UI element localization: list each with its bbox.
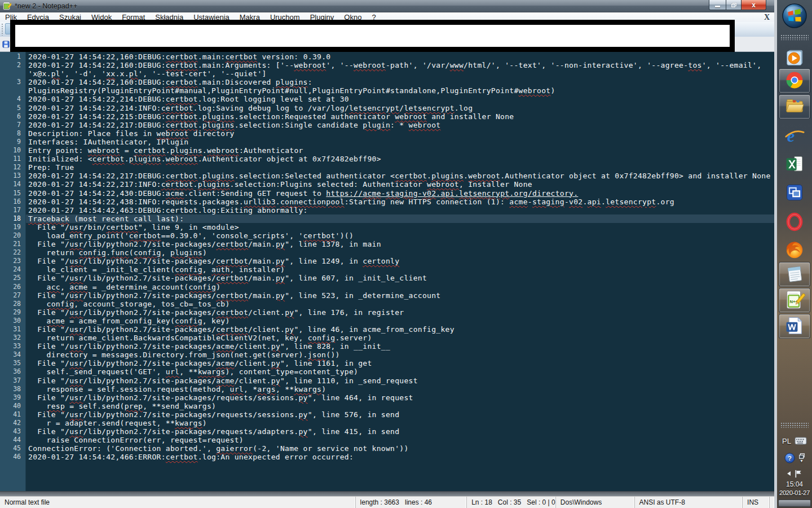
taskbar-item-taskbar-grip	[777, 422, 812, 428]
editor-row[interactable]: 26 acc, acme = _determine_account(config…	[0, 283, 774, 291]
editor-row[interactable]: 27 File "/usr/lib/python2.7/site-package…	[0, 291, 774, 300]
editor-row[interactable]: 'x@x.pl', '-d', 'xx.x.pl', '--test-cert'…	[0, 69, 774, 78]
status-insert-mode[interactable]: INS	[743, 497, 770, 508]
help-tray-icon[interactable]: ?	[784, 453, 795, 463]
taskbar-item-notepad-plus-plus[interactable]: N++	[777, 288, 812, 314]
editor-row[interactable]: 30 acme = acme_from_config_key(config, k…	[0, 317, 774, 325]
action-center-flag-icon[interactable]	[794, 469, 802, 479]
editor-row[interactable]: 12Prep: True	[0, 163, 774, 172]
show-hidden-icons-arrow[interactable]	[787, 471, 791, 476]
editor-row[interactable]: 462020-01-27 14:54:42,466:ERROR:certbot.…	[0, 453, 774, 461]
minimize-button[interactable]	[709, 0, 726, 10]
editor-row[interactable]: 172020-01-27 14:54:42,463:DEBUG:certbot.…	[0, 206, 774, 214]
minimize-icon	[715, 6, 720, 7]
editor-row[interactable]: 38 response = self.session.request(metho…	[0, 385, 774, 393]
taskbar-item-opera[interactable]	[777, 210, 812, 236]
line-number: 19	[0, 223, 26, 231]
taskbar-item-google-chrome[interactable]	[777, 68, 812, 94]
taskbar-item-internet-explorer[interactable]: e	[777, 124, 812, 150]
line-text: 2020-01-27 14:54:42,466:ERROR:certbot.lo…	[26, 453, 774, 461]
editor-row[interactable]: 42 r = adapter.send(request, **kwargs)	[0, 419, 774, 427]
editor-row[interactable]: 23 File "/usr/lib/python2.7/site-package…	[0, 257, 774, 265]
notepadpp-app-icon	[3, 2, 11, 10]
language-indicator[interactable]: PL	[782, 437, 791, 445]
editor-row[interactable]: 36 self._send_request('GET', url, **kwar…	[0, 367, 774, 376]
editor-row[interactable]: 19 File "/usr/bin/certbot", line 9, in <…	[0, 223, 774, 231]
taskbar-item-firefox[interactable]	[777, 238, 812, 264]
line-text: 2020-01-27 14:54:22,214:DEBUG:certbot.lo…	[26, 95, 774, 103]
taskbar-item-word[interactable]	[777, 314, 812, 340]
editor-row[interactable]: 12020-01-27 14:54:22,160:DEBUG:certbot.m…	[0, 52, 774, 61]
editor-row[interactable]: 44 raise ConnectionError(err, request=re…	[0, 436, 774, 444]
editor-row[interactable]: 34 directory = messages.Directory.from_j…	[0, 351, 774, 359]
keyboard-icon[interactable]	[795, 437, 807, 445]
editor-row[interactable]: 142020-01-27 14:54:22,217:INFO:certbot.p…	[0, 180, 774, 189]
editor-row[interactable]: 21 File "/usr/lib/python2.7/site-package…	[0, 240, 774, 248]
line-number: 9	[0, 138, 26, 146]
editor-row[interactable]: 18Traceback (most recent call last):	[0, 214, 774, 223]
clock-date[interactable]: 2020-01-27	[777, 489, 812, 496]
editor-row[interactable]: 52020-01-27 14:54:22,214:INFO:certbot.lo…	[0, 104, 774, 112]
editor-row[interactable]: 33 File "/usr/lib/python2.7/site-package…	[0, 342, 774, 351]
editor-row[interactable]: 32 return acme_client.BackwardsCompatibl…	[0, 334, 774, 342]
line-number: 2	[0, 61, 26, 69]
notepad-icon	[784, 263, 805, 287]
taskbar-item-windows-start-orb[interactable]	[777, 2, 812, 32]
status-eol-format[interactable]: Dos\Windows	[556, 497, 635, 508]
line-number: 37	[0, 376, 26, 385]
taskbar-item-excel[interactable]	[777, 152, 812, 178]
editor-row[interactable]: 20 load_entry_point('certbot==0.39.0', '…	[0, 231, 774, 240]
editor-row[interactable]: 8Description: Place files in webroot dir…	[0, 129, 774, 138]
editor-row[interactable]: 42020-01-27 14:54:22,214:DEBUG:certbot.l…	[0, 95, 774, 103]
menubar-close-icon[interactable]: X	[764, 13, 770, 22]
horizontal-scrollbar[interactable]	[0, 491, 774, 496]
line-text: File "/usr/bin/certbot", line 9, in <mod…	[26, 223, 774, 231]
editor-row[interactable]: 25 File "/usr/lib/python2.7/site-package…	[0, 274, 774, 282]
editor-row[interactable]: 32020-01-27 14:54:22,160:DEBUG:certbot.m…	[0, 78, 774, 86]
line-text: Entry point: webroot = certbot.plugins.w…	[26, 146, 774, 155]
editor-row[interactable]: 41 File "/usr/lib/python2.7/site-package…	[0, 410, 774, 419]
taskbar-item-windows-virtual-pc[interactable]	[777, 181, 812, 207]
editor-row[interactable]: 35 File "/usr/lib/python2.7/site-package…	[0, 359, 774, 367]
status-cursor-position: Ln : 18 Col : 35 Sel : 0 | 0	[467, 497, 556, 508]
line-text: File "/usr/lib/python2.7/site-packages/a…	[26, 342, 774, 351]
title-bar[interactable]: *new 2 - Notepad++ x	[0, 0, 774, 12]
editor-row[interactable]: 72020-01-27 14:54:22,217:DEBUG:certbot.p…	[0, 121, 774, 129]
editor-row[interactable]: 45ConnectionError: ('Connection aborted.…	[0, 444, 774, 453]
editor-row[interactable]: 162020-01-27 14:54:22,438:INFO:requests.…	[0, 198, 774, 206]
line-text: File "/usr/lib/python2.7/site-packages/a…	[26, 359, 774, 367]
editor-row[interactable]: 31 File "/usr/lib/python2.7/site-package…	[0, 325, 774, 334]
editor-row[interactable]: 28 config, account_storage, tos_cb=_tos_…	[0, 300, 774, 308]
clock-time[interactable]: 15:04	[777, 480, 812, 488]
line-number: 3	[0, 78, 26, 86]
taskbar-item-notepad[interactable]	[777, 262, 812, 288]
editor-row[interactable]: 10Entry point: webroot = certbot.plugins…	[0, 146, 774, 155]
editor-row[interactable]: 40 resp = self.send(prep, **send_kwargs)	[0, 402, 774, 410]
editor-row[interactable]: 39 File "/usr/lib/python2.7/site-package…	[0, 393, 774, 402]
show-desktop-button[interactable]	[778, 500, 811, 507]
line-number: 34	[0, 351, 26, 359]
editor-row[interactable]: 152020-01-27 14:54:22,430:DEBUG:acme.cli…	[0, 189, 774, 198]
editor-row[interactable]: 11Initialized: <certbot.plugins.webroot.…	[0, 155, 774, 163]
line-number	[0, 69, 26, 78]
editor-pane[interactable]: 12020-01-27 14:54:22,160:DEBUG:certbot.m…	[0, 52, 774, 491]
status-bar: Normal text file length : 3663 lines : 4…	[0, 496, 774, 508]
status-encoding[interactable]: ANSI as UTF-8	[635, 497, 743, 508]
restore-button[interactable]	[726, 0, 741, 10]
taskbar-item-windows-explorer[interactable]	[777, 94, 812, 120]
editor-row[interactable]: 37 File "/usr/lib/python2.7/site-package…	[0, 376, 774, 385]
editor-row[interactable]: PluginsRegistry(PluginEntryPoint#manual,…	[0, 86, 774, 95]
editor-row[interactable]: 24 le_client = _init_le_client(config, a…	[0, 265, 774, 274]
editor-row[interactable]: 29 File "/usr/lib/python2.7/site-package…	[0, 308, 774, 317]
chevron-down-icon[interactable]: ▾	[800, 459, 802, 463]
toolbar-grip-handle[interactable]	[1, 23, 4, 36]
editor-row[interactable]: 9Interfaces: IAuthenticator, IPlugin	[0, 138, 774, 146]
editor-row[interactable]: 132020-01-27 14:54:22,217:DEBUG:certbot.…	[0, 172, 774, 180]
tab-unsaved-disk-icon	[2, 41, 10, 48]
editor-row[interactable]: 62020-01-27 14:54:22,215:DEBUG:certbot.p…	[0, 112, 774, 121]
caption-buttons: x	[709, 0, 766, 10]
editor-row[interactable]: 22020-01-27 14:54:22,160:DEBUG:certbot.m…	[0, 61, 774, 69]
editor-row[interactable]: 22 return config.func(config, plugins)	[0, 248, 774, 257]
editor-row[interactable]: 43 File "/usr/lib/python2.7/site-package…	[0, 427, 774, 436]
close-button[interactable]: x	[741, 0, 766, 10]
